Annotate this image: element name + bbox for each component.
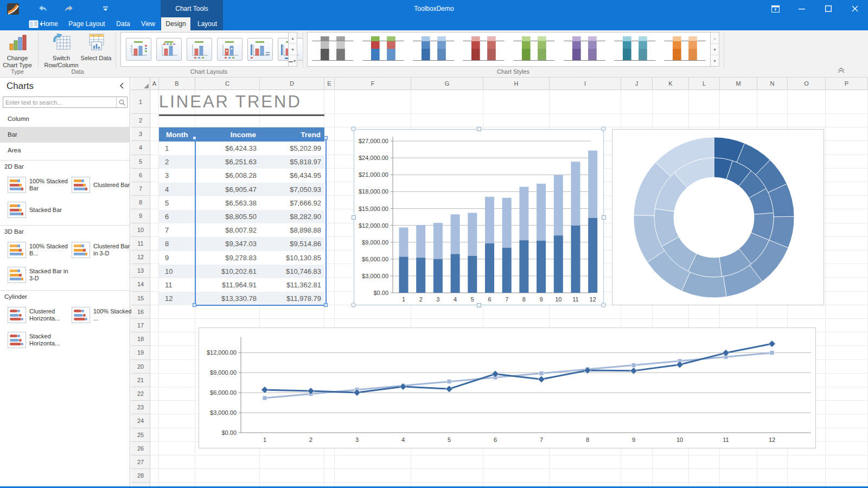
collapse-ribbon-button[interactable] xyxy=(837,66,845,76)
row-header-12[interactable]: 12 xyxy=(131,251,150,264)
table-row[interactable]: 2$6,251.63$5,818.97 xyxy=(159,155,324,169)
chart-resize-handle[interactable] xyxy=(477,127,481,131)
table-row[interactable]: 7$8,007.92$8,898.88 xyxy=(159,223,324,237)
change-chart-type-button[interactable]: Change Chart Type xyxy=(1,31,34,67)
data-table[interactable]: MonthIncomeTrend1$6,424.33$5,202.992$6,2… xyxy=(159,127,324,305)
column-header-J[interactable]: J xyxy=(621,78,653,90)
row-header-23[interactable]: 23 xyxy=(131,401,150,414)
chart-resize-handle[interactable] xyxy=(602,215,606,220)
gallery-more-icon[interactable]: ▬▼ xyxy=(289,55,297,66)
sidebar-item-area[interactable]: Area xyxy=(0,143,130,158)
column-header-L[interactable]: L xyxy=(689,78,720,90)
row-header-22[interactable]: 22 xyxy=(131,387,150,401)
chart-resize-handle[interactable] xyxy=(601,303,606,307)
row-header-1[interactable]: 1 xyxy=(131,90,150,114)
sheet-content[interactable]: LINEAR TREND MonthIncomeTrend1$6,424.33$… xyxy=(150,90,868,486)
switch-row-column-button[interactable]: Switch Row/Column xyxy=(44,31,78,67)
column-header-B[interactable]: B xyxy=(159,78,195,90)
chart-item-stacked-horizonta-[interactable]: Stacked Horizonta... xyxy=(8,329,68,351)
row-header-14[interactable]: 14 xyxy=(131,278,150,291)
chart-style-option-gray[interactable] xyxy=(311,34,355,65)
chart-layout-option-3[interactable] xyxy=(187,38,212,61)
chart-item-stacked-bar[interactable]: Stacked Bar xyxy=(8,199,68,221)
table-row[interactable]: 11$11,964.91$11,362.81 xyxy=(159,278,324,292)
undo-button[interactable] xyxy=(34,0,51,17)
gallery-more-icon[interactable]: ▼ xyxy=(711,55,719,66)
chart-resize-handle[interactable] xyxy=(601,126,606,131)
column-header-A[interactable]: A xyxy=(150,78,159,90)
select-data-button[interactable]: Select Data xyxy=(79,31,113,67)
row-header-5[interactable]: 5 xyxy=(131,155,150,169)
ribbon-display-options-button[interactable] xyxy=(766,0,784,17)
chart-style-option-green[interactable] xyxy=(512,34,556,65)
row-header-8[interactable]: 8 xyxy=(131,196,150,209)
chart-style-option-blue[interactable] xyxy=(412,34,456,65)
chart-style-option-orange[interactable] xyxy=(663,34,707,65)
range-selection-handle[interactable] xyxy=(324,303,328,307)
row-header-3[interactable]: 3 xyxy=(131,127,150,141)
row-header-16[interactable]: 16 xyxy=(131,305,150,319)
column-header-H[interactable]: H xyxy=(483,78,550,90)
chart-item-100-stacked-b-[interactable]: 100% Stacked B... xyxy=(8,239,68,261)
row-header-28[interactable]: 28 xyxy=(131,469,150,483)
gallery-scroll-down-icon[interactable]: ▼ xyxy=(289,44,297,55)
row-header-26[interactable]: 26 xyxy=(131,442,150,455)
table-row[interactable]: 10$10,202.61$10,746.83 xyxy=(159,265,324,278)
column-header-P[interactable]: P xyxy=(826,78,868,90)
row-header-21[interactable]: 21 xyxy=(131,374,150,387)
chart-resize-handle[interactable] xyxy=(351,303,356,307)
chart-layout-option-1[interactable] xyxy=(126,38,151,61)
row-header-6[interactable]: 6 xyxy=(131,169,150,182)
table-row[interactable]: 5$6,563.38$7,666.92 xyxy=(159,196,324,210)
tab-data[interactable]: Data xyxy=(112,17,135,30)
row-header-18[interactable]: 18 xyxy=(131,332,150,346)
search-icon[interactable] xyxy=(116,97,127,107)
chart-item-100-stacked-[interactable]: 100% Stacked ... xyxy=(72,304,132,326)
doughnut-chart[interactable] xyxy=(612,129,824,305)
table-row[interactable]: 6$8,805.50$8,282.90 xyxy=(159,210,324,223)
maximize-button[interactable] xyxy=(819,0,838,17)
quick-access-dropdown[interactable] xyxy=(99,0,112,17)
range-selection-handle[interactable] xyxy=(324,136,328,140)
chart-layout-option-5[interactable] xyxy=(247,38,273,61)
column-header-G[interactable]: G xyxy=(411,78,483,90)
row-header-13[interactable]: 13 xyxy=(131,264,150,278)
line-chart[interactable]: $0.00$3,000.00$6,000.00$9,000.00$12,000.… xyxy=(199,328,816,448)
column-header-E[interactable]: E xyxy=(324,78,335,90)
chart-layout-option-2[interactable] xyxy=(156,38,182,61)
table-row[interactable]: 1$6,424.33$5,202.99 xyxy=(159,142,324,155)
row-header-25[interactable]: 25 xyxy=(131,428,150,442)
row-header-24[interactable]: 24 xyxy=(131,414,150,428)
chart-style-option-purple[interactable] xyxy=(563,34,607,65)
search-input[interactable] xyxy=(5,97,114,107)
range-selection-handle[interactable] xyxy=(193,303,196,307)
redo-button[interactable] xyxy=(61,0,78,17)
row-header-15[interactable]: 15 xyxy=(131,292,150,305)
tab-page-layout[interactable]: Page Layout xyxy=(65,17,108,30)
row-header-4[interactable]: 4 xyxy=(131,141,150,155)
row-header-10[interactable]: 10 xyxy=(131,223,150,237)
row-header-19[interactable]: 19 xyxy=(131,346,150,359)
row-header-27[interactable]: 27 xyxy=(131,455,150,469)
table-row[interactable]: 9$9,278.83$10,130.85 xyxy=(159,251,324,265)
row-header-20[interactable]: 20 xyxy=(131,360,150,374)
column-header-I[interactable]: I xyxy=(550,78,621,90)
table-row[interactable]: 8$9,347.03$9,514.86 xyxy=(159,237,324,251)
chart-layout-option-4[interactable] xyxy=(217,38,242,61)
column-header-N[interactable]: N xyxy=(757,78,788,90)
row-header-9[interactable]: 9 xyxy=(131,209,150,223)
table-row[interactable]: 3$6,008.28$6,434.95 xyxy=(159,169,324,182)
column-header-K[interactable]: K xyxy=(653,78,689,90)
row-header-17[interactable]: 17 xyxy=(131,319,150,332)
sidebar-item-column[interactable]: Column xyxy=(0,111,130,127)
chart-resize-handle[interactable] xyxy=(352,215,356,220)
chart-item-stacked-bar-in-3-d[interactable]: Stacked Bar in 3-D xyxy=(8,264,68,286)
table-row[interactable]: 4$6,905.47$7,050.93 xyxy=(159,183,324,196)
chart-item-100-stacked-bar[interactable]: 100% Stacked Bar xyxy=(8,174,68,196)
stacked-column-chart[interactable]: $0.00$3,000.00$6,000.00$9,000.00$12,000.… xyxy=(354,129,604,305)
column-header-C[interactable]: C xyxy=(195,78,260,90)
chart-resize-handle[interactable] xyxy=(477,303,481,307)
gallery-scroll-up-icon[interactable]: ▲ xyxy=(289,33,297,44)
column-header-M[interactable]: M xyxy=(720,78,757,90)
sidebar-item-bar[interactable]: Bar xyxy=(0,127,130,143)
